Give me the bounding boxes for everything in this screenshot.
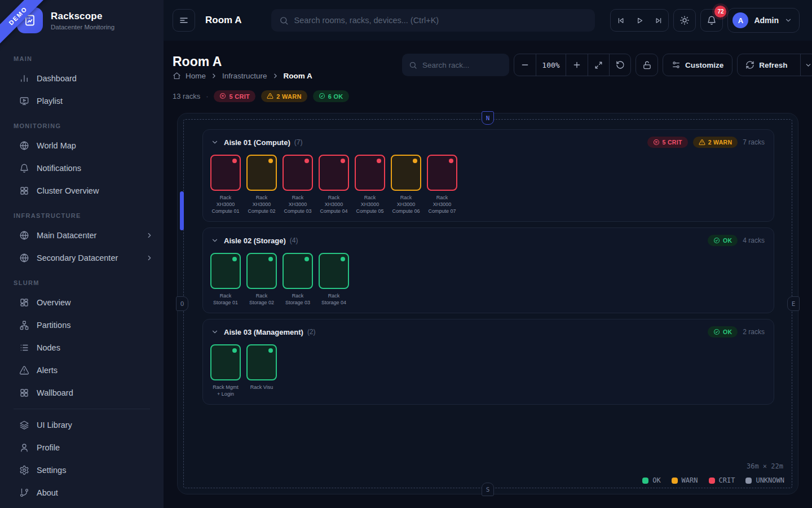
room-canvas[interactable]: N S O E Aisle 01 (Compute)(7)5 CRIT2 WAR…: [177, 113, 798, 494]
sidebar-item-playlist[interactable]: Playlist: [0, 90, 164, 112]
search-icon: [279, 16, 289, 25]
customize-button[interactable]: Customize: [663, 54, 732, 76]
topbar-room-title: Room A: [205, 15, 242, 26]
legend-swatch: [672, 478, 678, 484]
sidebar-item-ui-library[interactable]: UI Library: [0, 414, 164, 436]
aisle-header[interactable]: Aisle 02 (Storage)(4)OK4 racks: [203, 228, 774, 252]
breadcrumb-infrastructure[interactable]: Infrastructure: [222, 72, 267, 80]
aisle-count: (2): [307, 328, 316, 336]
nav-item-label: Playlist: [37, 97, 63, 106]
x-circle-icon: [219, 93, 226, 99]
rack-rack-storage-04[interactable]: RackStorage 04: [319, 253, 349, 306]
refresh-button[interactable]: Refresh: [738, 54, 795, 76]
sidebar-item-dashboard[interactable]: Dashboard: [0, 67, 164, 90]
rack-rack-mgmt-login[interactable]: Rack Mgmt+ Login: [210, 344, 241, 397]
status-dot: [268, 348, 273, 353]
chevron-down-icon: [211, 328, 219, 336]
rack-rack-xh3000-compute-07[interactable]: RackXH3000Compute 07: [427, 155, 457, 214]
rack-rack-storage-02[interactable]: RackStorage 02: [246, 253, 277, 306]
globe-icon: [19, 141, 29, 151]
rack-rack-xh3000-compute-01[interactable]: RackXH3000Compute 01: [210, 155, 241, 214]
warn-badge: 2 WARN: [261, 90, 307, 102]
chevron-right-icon: [272, 72, 279, 80]
sidebar-item-nodes[interactable]: Nodes: [0, 336, 164, 359]
notifications-button[interactable]: 72: [700, 9, 723, 32]
sidebar-item-cluster-overview[interactable]: Cluster Overview: [0, 179, 164, 202]
user-menu-button[interactable]: A Admin: [727, 8, 800, 33]
rack-rack-xh3000-compute-05[interactable]: RackXH3000Compute 05: [355, 155, 385, 214]
racks-count: 4 racks: [743, 237, 765, 244]
sidebar-item-settings[interactable]: Settings: [0, 459, 164, 481]
sidebar-item-overview[interactable]: Overview: [0, 291, 164, 314]
legend-item-ok: OK: [642, 476, 660, 484]
sidebar-item-notifications[interactable]: Notifications: [0, 157, 164, 179]
sidebar-item-secondary-datacenter[interactable]: Secondary Datacenter: [0, 247, 164, 269]
sun-icon: [679, 15, 690, 25]
scroll-indicator[interactable]: [180, 191, 184, 230]
breadcrumb-home[interactable]: Home: [186, 72, 206, 80]
rack-rack-storage-03[interactable]: RackStorage 03: [283, 253, 313, 306]
sidebar-item-main-datacenter[interactable]: Main Datacenter: [0, 224, 164, 247]
menu-button[interactable]: [173, 9, 195, 32]
play-button[interactable]: [630, 10, 649, 31]
status-dot: [232, 348, 237, 353]
nav-item-label: UI Library: [37, 421, 72, 430]
alert-triangle-icon: [19, 365, 29, 375]
lock-layout-button[interactable]: [636, 54, 658, 76]
rack-rack-visu[interactable]: Rack Visu: [246, 344, 277, 397]
aisle-header[interactable]: Aisle 01 (Compute)(7)5 CRIT2 WARN7 racks: [203, 130, 774, 154]
breadcrumb-current: Room A: [284, 72, 312, 80]
rack-label: RackStorage 04: [319, 292, 349, 306]
warning-triangle-icon: [699, 139, 705, 146]
sidebar-divider: [14, 409, 150, 409]
zoom-in-button[interactable]: [566, 54, 588, 76]
nav-item-label: About: [37, 488, 58, 497]
refresh-split-button: Refresh: [737, 54, 812, 76]
nav-section-infrastructure: INFRASTRUCTURE: [14, 210, 164, 221]
reset-view-button[interactable]: [609, 54, 630, 76]
rack-rack-xh3000-compute-04[interactable]: RackXH3000Compute 04: [319, 155, 349, 214]
rack-box: [210, 155, 241, 191]
zoom-out-button[interactable]: [514, 54, 536, 76]
stats-separator: ·: [206, 92, 208, 100]
aisle-header[interactable]: Aisle 03 (Management)(2)OK2 racks: [203, 319, 774, 343]
sidebar-item-partitions[interactable]: Partitions: [0, 314, 164, 336]
nav-item-label: Cluster Overview: [37, 186, 99, 195]
legend-item-unknown: UNKNOWN: [745, 476, 784, 484]
global-search[interactable]: [271, 9, 595, 32]
global-search-input[interactable]: [294, 16, 587, 25]
rack-search[interactable]: [402, 54, 509, 76]
nav-item-label: Overview: [37, 298, 70, 307]
grid-icon: [19, 388, 29, 398]
sidebar-item-wallboard[interactable]: Wallboard: [0, 382, 164, 404]
sidebar-item-about[interactable]: About: [0, 481, 164, 504]
breadcrumb: Home Infrastructure Room A: [173, 72, 312, 80]
skip-forward-button[interactable]: [649, 10, 668, 31]
sidebar-item-world-map[interactable]: World Map: [0, 134, 164, 157]
aisle-name: Aisle 01 (Compute): [224, 138, 290, 147]
sidebar-nav: MAINDashboardPlaylistMONITORINGWorld Map…: [0, 53, 164, 504]
rack-rack-storage-01[interactable]: RackStorage 01: [210, 253, 241, 306]
theme-toggle-button[interactable]: [673, 9, 696, 32]
rack-rack-xh3000-compute-03[interactable]: RackXH3000Compute 03: [283, 155, 313, 214]
sidebar-item-profile[interactable]: Profile: [0, 436, 164, 459]
compass-west: O: [176, 296, 188, 311]
status-dot: [377, 159, 381, 163]
chevron-right-icon: [145, 231, 153, 239]
racks-count: 7 racks: [743, 138, 765, 146]
nav-item-label: Notifications: [37, 164, 81, 173]
skip-back-button[interactable]: [611, 10, 630, 31]
rack-rack-xh3000-compute-02[interactable]: RackXH3000Compute 02: [246, 155, 277, 214]
refresh-menu-button[interactable]: [800, 54, 812, 76]
topbar: Room A: [164, 0, 812, 41]
globe-icon: [19, 230, 29, 240]
rack-search-input[interactable]: [422, 61, 502, 69]
x-circle-icon: [653, 139, 660, 146]
fit-view-button[interactable]: [588, 54, 609, 76]
status-dot: [304, 159, 309, 163]
sidebar-item-alerts[interactable]: Alerts: [0, 359, 164, 382]
rack-rack-xh3000-compute-06[interactable]: RackXH3000Compute 06: [391, 155, 421, 214]
refresh-icon: [745, 60, 754, 69]
status-dot: [268, 159, 273, 163]
chevron-down-icon: [211, 237, 219, 244]
